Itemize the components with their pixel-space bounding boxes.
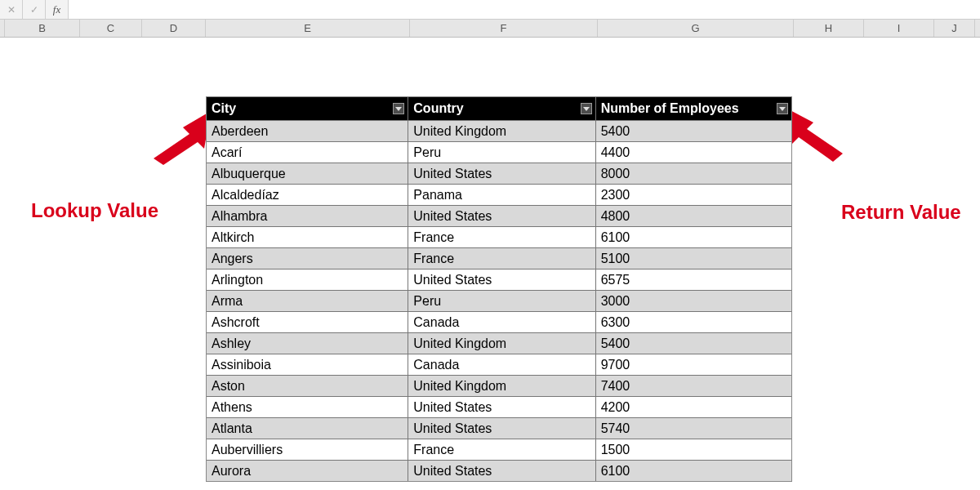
cell-city[interactable]: Angers: [207, 247, 408, 269]
cell-city[interactable]: Altkirch: [207, 226, 408, 247]
table-row[interactable]: AberdeenUnited Kingdom5400: [207, 120, 791, 141]
cell-city[interactable]: Ashcroft: [207, 311, 408, 332]
column-header-C[interactable]: C: [80, 20, 142, 37]
cell-employees[interactable]: 9700: [596, 354, 791, 375]
table-row[interactable]: AshleyUnited Kingdom5400: [207, 332, 791, 354]
cell-country[interactable]: Canada: [408, 311, 595, 332]
cell-country[interactable]: United States: [408, 205, 595, 226]
cell-employees[interactable]: 4200: [596, 396, 791, 417]
cell-country[interactable]: United States: [408, 396, 595, 417]
cell-employees[interactable]: 6100: [596, 460, 791, 481]
table-row[interactable]: AtlantaUnited States5740: [207, 417, 791, 439]
table-row[interactable]: AltkirchFrance6100: [207, 226, 791, 247]
cell-country[interactable]: Panama: [408, 184, 595, 205]
cell-city[interactable]: Arlington: [207, 269, 408, 290]
cell-country[interactable]: United Kingdom: [408, 120, 595, 141]
formula-bar: ✕ ✓ fx: [0, 0, 980, 20]
cell-city[interactable]: Alcaldedíaz: [207, 184, 408, 205]
column-header-J[interactable]: J: [934, 20, 975, 37]
filter-dropdown-icon[interactable]: [393, 103, 404, 114]
column-header-D[interactable]: D: [142, 20, 206, 37]
cell-country[interactable]: United Kingdom: [408, 375, 595, 396]
cell-city[interactable]: Assiniboia: [207, 354, 408, 375]
cell-city[interactable]: Arma: [207, 290, 408, 311]
column-header-B[interactable]: B: [5, 20, 80, 37]
cell-employees[interactable]: 2300: [596, 184, 791, 205]
cell-employees[interactable]: 5740: [596, 417, 791, 439]
svg-marker-1: [786, 108, 843, 162]
cell-country[interactable]: France: [408, 226, 595, 247]
table-row[interactable]: AthensUnited States4200: [207, 396, 791, 417]
cell-employees[interactable]: 8000: [596, 163, 791, 184]
cell-country[interactable]: Peru: [408, 141, 595, 163]
cell-city[interactable]: Aberdeen: [207, 120, 408, 141]
worksheet-area[interactable]: Lookup Value Return Value City Country N…: [0, 38, 980, 490]
cell-employees[interactable]: 4400: [596, 141, 791, 163]
cell-country[interactable]: United States: [408, 163, 595, 184]
cell-employees[interactable]: 7400: [596, 375, 791, 396]
cell-employees[interactable]: 6100: [596, 226, 791, 247]
table-row[interactable]: AstonUnited Kingdom7400: [207, 375, 791, 396]
table-row[interactable]: ArlingtonUnited States6575: [207, 269, 791, 290]
table-row[interactable]: AubervilliersFrance1500: [207, 439, 791, 460]
cell-employees[interactable]: 1500: [596, 439, 791, 460]
header-employees-label: Number of Employees: [601, 101, 739, 116]
table-row[interactable]: AngersFrance5100: [207, 247, 791, 269]
column-header-H[interactable]: H: [794, 20, 864, 37]
table-row[interactable]: AlbuquerqueUnited States8000: [207, 163, 791, 184]
column-headers-row: BCDEFGHIJ: [0, 20, 980, 38]
cell-city[interactable]: Atlanta: [207, 417, 408, 439]
cell-employees[interactable]: 4800: [596, 205, 791, 226]
formula-enter-button[interactable]: ✓: [23, 0, 46, 19]
cell-employees[interactable]: 3000: [596, 290, 791, 311]
arrow-lookup-icon: [139, 109, 212, 167]
cell-country[interactable]: United States: [408, 417, 595, 439]
cell-city[interactable]: Aston: [207, 375, 408, 396]
cell-country[interactable]: United Kingdom: [408, 332, 595, 354]
table-row[interactable]: AlhambraUnited States4800: [207, 205, 791, 226]
table-row[interactable]: AshcroftCanada6300: [207, 311, 791, 332]
cell-country[interactable]: United States: [408, 269, 595, 290]
cell-city[interactable]: Ashley: [207, 332, 408, 354]
arrow-return-icon: [782, 103, 856, 168]
table-row[interactable]: ArmaPeru3000: [207, 290, 791, 311]
cell-country[interactable]: France: [408, 439, 595, 460]
table-row[interactable]: AuroraUnited States6100: [207, 460, 791, 481]
cell-country[interactable]: Canada: [408, 354, 595, 375]
cell-employees[interactable]: 6300: [596, 311, 791, 332]
cell-city[interactable]: Aurora: [207, 460, 408, 481]
cell-country[interactable]: France: [408, 247, 595, 269]
header-employees[interactable]: Number of Employees: [596, 97, 791, 120]
table-row[interactable]: AssiniboiaCanada9700: [207, 354, 791, 375]
fx-button[interactable]: fx: [46, 0, 69, 19]
cell-city[interactable]: Athens: [207, 396, 408, 417]
cell-employees[interactable]: 5400: [596, 332, 791, 354]
cell-city[interactable]: Albuquerque: [207, 163, 408, 184]
table-row[interactable]: AlcaldedíazPanama2300: [207, 184, 791, 205]
header-country-label: Country: [413, 101, 463, 116]
table-header-row: City Country Number of Employees: [207, 97, 791, 120]
cell-city[interactable]: Alhambra: [207, 205, 408, 226]
annotation-lookup-value: Lookup Value: [31, 199, 158, 222]
column-header-G[interactable]: G: [598, 20, 794, 37]
column-header-E[interactable]: E: [206, 20, 410, 37]
cell-country[interactable]: Peru: [408, 290, 595, 311]
cell-employees[interactable]: 5100: [596, 247, 791, 269]
formula-input[interactable]: [69, 0, 980, 19]
cell-employees[interactable]: 6575: [596, 269, 791, 290]
annotation-return-value: Return Value: [841, 201, 961, 224]
cell-employees[interactable]: 5400: [596, 120, 791, 141]
column-header-I[interactable]: I: [864, 20, 934, 37]
filter-dropdown-icon[interactable]: [581, 103, 592, 114]
cell-city[interactable]: Aubervilliers: [207, 439, 408, 460]
table-row[interactable]: AcaríPeru4400: [207, 141, 791, 163]
cell-city[interactable]: Acarí: [207, 141, 408, 163]
cell-country[interactable]: United States: [408, 460, 595, 481]
column-header-F[interactable]: F: [410, 20, 598, 37]
data-table: City Country Number of Employees Aberdee…: [206, 96, 792, 482]
svg-marker-0: [154, 111, 211, 165]
formula-cancel-button[interactable]: ✕: [0, 0, 23, 19]
header-country[interactable]: Country: [408, 97, 595, 120]
filter-dropdown-icon[interactable]: [777, 103, 788, 114]
header-city[interactable]: City: [207, 97, 408, 120]
